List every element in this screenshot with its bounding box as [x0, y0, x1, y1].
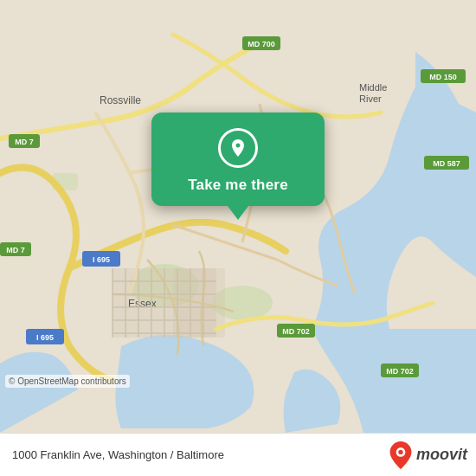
svg-text:Rossville: Rossville	[100, 94, 141, 106]
moovit-logo: moovit	[389, 441, 467, 469]
moovit-wordmark: moovit	[416, 446, 467, 464]
svg-text:River: River	[359, 93, 382, 104]
copyright-text: © OpenStreetMap contributors	[5, 375, 130, 388]
map-container: I 695 I 695 MD 7 MD 7 MD 700 MD 702 MD 7…	[0, 0, 476, 433]
svg-text:MD 7: MD 7	[6, 246, 25, 254]
svg-text:I 695: I 695	[93, 255, 110, 264]
take-me-there-button[interactable]: Take me there	[188, 177, 288, 194]
svg-text:MD 7: MD 7	[15, 138, 34, 146]
svg-point-42	[398, 449, 402, 453]
location-icon-circle	[218, 128, 258, 168]
svg-text:Middle: Middle	[359, 82, 387, 93]
popup-card[interactable]: Take me there	[151, 113, 325, 206]
svg-text:MD 587: MD 587	[433, 159, 460, 168]
svg-text:Essex: Essex	[128, 298, 157, 310]
svg-text:MD 702: MD 702	[282, 327, 310, 336]
address-text: 1000 Franklin Ave, Washington / Baltimor…	[12, 448, 389, 461]
svg-text:MD 150: MD 150	[429, 73, 457, 81]
moovit-pin-icon	[389, 441, 413, 469]
svg-text:MD 700: MD 700	[248, 40, 275, 48]
svg-text:MD 702: MD 702	[386, 367, 414, 376]
svg-text:I 695: I 695	[36, 333, 54, 342]
bottom-bar: 1000 Franklin Ave, Washington / Baltimor…	[0, 433, 476, 476]
location-pin-icon	[228, 138, 248, 158]
